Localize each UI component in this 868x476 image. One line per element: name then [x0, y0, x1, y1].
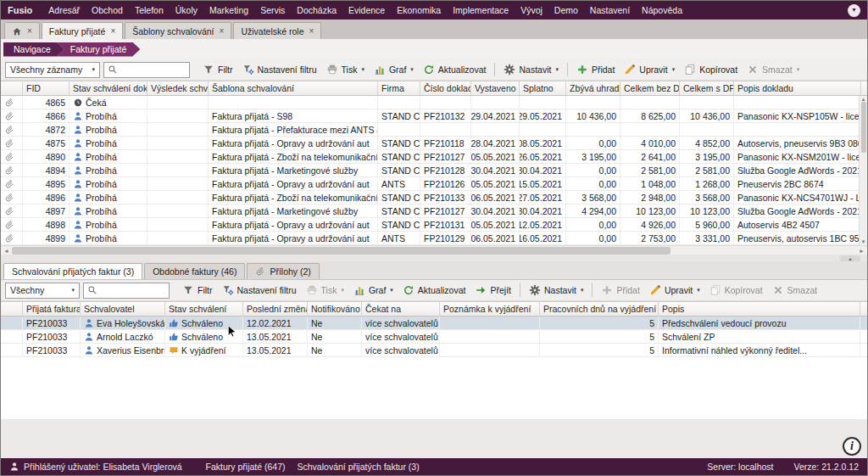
- table-row[interactable]: 4894ProbíháFaktura přijatá - Marketingov…: [1, 164, 867, 177]
- column-header-vystaveno[interactable]: Vystaveno: [471, 81, 520, 95]
- toolbar-graf-button[interactable]: Graf▾: [370, 61, 418, 78]
- column-header-cekat-na[interactable]: Čekat na: [362, 302, 440, 316]
- panel-tab-schvalovani-prijatych-faktur-3[interactable]: Schvalování přijatých faktur (3): [3, 263, 142, 279]
- toolbar-filtr-button[interactable]: Filtr: [198, 61, 237, 78]
- column-header-icon[interactable]: [1, 302, 23, 316]
- table-row[interactable]: 4890ProbíháFaktura přijatá - Zboží na te…: [1, 150, 867, 164]
- scrollbar-thumb[interactable]: [12, 247, 670, 255]
- panel-toolbar-graf-button[interactable]: Graf▾: [349, 282, 398, 299]
- panel-toolbar-aktualizovat-button[interactable]: Aktualizovat: [398, 282, 470, 299]
- column-header-posledni-zmena[interactable]: Poslední změna: [243, 302, 308, 316]
- panel-splitter[interactable]: ▴: [1, 255, 867, 261]
- panel-tab-prilohy-2[interactable]: Přílohy (2): [247, 263, 319, 279]
- panel-toolbar-filtr-button[interactable]: Filtr: [178, 282, 217, 299]
- column-header-splatno[interactable]: Splatno: [520, 81, 566, 95]
- table-row[interactable]: 4897ProbíháFaktura přijatá - Marketingov…: [1, 204, 867, 218]
- table-row[interactable]: PF210033Arnold LaczkóSchváleno13.05.2021…: [1, 330, 867, 344]
- column-header-firma[interactable]: Firma: [378, 81, 420, 95]
- panel-records-filter-select[interactable]: Všechny ▾: [5, 283, 80, 299]
- panel-toolbar-nastaveni-filtru-button[interactable]: Nastavení filtru: [218, 282, 301, 299]
- column-header-cislo-dokladu[interactable]: Číslo dokladu: [420, 81, 471, 95]
- panel-search-input[interactable]: [100, 285, 161, 295]
- column-header-stav-schvaleni-dokladu[interactable]: Stav schválení dokladu: [70, 81, 147, 95]
- toolbar-kopirovat-button[interactable]: Kopírovat: [680, 61, 742, 78]
- collapse-panel-button[interactable]: ▴: [840, 255, 860, 261]
- menu-evidence[interactable]: Evidence: [342, 2, 391, 19]
- records-filter-select[interactable]: Všechny záznamy ▾: [5, 62, 100, 78]
- column-header-poznamka-k-vyjadreni[interactable]: Poznámka k vyjádření: [440, 302, 540, 316]
- search-input[interactable]: [120, 64, 181, 75]
- breadcrumb-navigace[interactable]: Navigace: [3, 42, 64, 57]
- menu-servis[interactable]: Servis: [254, 2, 291, 19]
- info-button[interactable]: i: [843, 437, 861, 456]
- toolbar-nastaveni-filtru-button[interactable]: Nastavení filtru: [238, 61, 321, 78]
- menu-ukoly[interactable]: Úkoly: [170, 2, 203, 19]
- column-header-schvalovatel[interactable]: Schvalovatel: [81, 302, 165, 316]
- menu-demo[interactable]: Demo: [548, 2, 584, 19]
- scrollbar-track[interactable]: [12, 247, 856, 255]
- table-row[interactable]: 4865Čeká: [1, 96, 867, 109]
- column-header-sablona-schvalovani[interactable]: Šablona schvalování: [209, 81, 378, 95]
- table-row[interactable]: 4898ProbíháFaktura přijatá - Opravy a ud…: [1, 218, 867, 232]
- panel-tab-obdobne-faktury-46[interactable]: Obdobné faktury (46): [144, 263, 245, 279]
- column-header-celkem-s-dph[interactable]: Celkem s DPH: [680, 81, 734, 95]
- scrollbar-thumb[interactable]: [861, 102, 866, 153]
- scroll-down-button[interactable]: ▼: [861, 239, 866, 244]
- column-header-zbyva-uhradit[interactable]: Zbývá uhradit: [566, 81, 620, 95]
- menu-nastaveni[interactable]: Nastavení: [584, 2, 636, 19]
- menu-obchod[interactable]: Obchod: [86, 2, 129, 19]
- toolbar-upravit-button[interactable]: Upravit▾: [620, 61, 679, 78]
- column-header-notifikovano[interactable]: Notifikováno: [308, 302, 362, 316]
- close-icon[interactable]: ×: [309, 27, 314, 36]
- menu-vyvoj[interactable]: Vývoj: [515, 2, 548, 19]
- column-header-vysledek-schvaleni[interactable]: Výsledek schválení▲: [147, 81, 209, 95]
- panel-toolbar-upravit-button[interactable]: Upravit▾: [645, 282, 704, 299]
- menu-adresar[interactable]: Adresář: [42, 2, 86, 19]
- table-row[interactable]: 4899ProbíháFaktura přijatá - Opravy a ud…: [1, 232, 867, 245]
- search-box[interactable]: [103, 62, 190, 78]
- menu-implementace[interactable]: Implementace: [447, 2, 515, 19]
- breadcrumb-faktury-prijate[interactable]: Faktury přijaté: [57, 42, 141, 57]
- scroll-left-button[interactable]: ◄: [1, 248, 12, 254]
- column-header-pracovnich-dnu-na-vyjadreni[interactable]: Pracovních dnů na vyjádření: [540, 302, 659, 316]
- toolbar-pridat-button[interactable]: Přidat: [572, 61, 619, 78]
- vertical-scrollbar[interactable]: ▲ ▼: [859, 96, 867, 245]
- column-header-fid[interactable]: FID: [23, 81, 70, 95]
- close-icon[interactable]: ×: [110, 27, 115, 36]
- column-header-popis[interactable]: Popis: [659, 302, 860, 316]
- menu-ekonomika[interactable]: Ekonomika: [391, 2, 447, 19]
- table-row[interactable]: 4872ProbíháFaktura přijatá - Přefakturac…: [1, 123, 867, 137]
- table-row[interactable]: 4866ProbíháFaktura přijatá - S98STAND CZ…: [1, 109, 867, 123]
- tab-uzivatelske-role[interactable]: Uživatelské role×: [233, 22, 321, 39]
- tab-home[interactable]: ×: [4, 22, 40, 39]
- menu-marketing[interactable]: Marketing: [203, 2, 254, 19]
- panel-toolbar-prejit-button[interactable]: Přejít: [470, 282, 515, 299]
- toolbar-aktualizovat-button[interactable]: Aktualizovat: [419, 61, 491, 78]
- menu-napoveda[interactable]: Nápověda: [636, 2, 688, 19]
- column-header-celkem-bez-dph[interactable]: Celkem bez DPH: [620, 81, 680, 95]
- menu-dochazka[interactable]: Docházka: [291, 2, 342, 19]
- cell-doc-number: FP210129: [420, 232, 471, 244]
- menu-overflow-button[interactable]: ▾: [848, 4, 860, 17]
- menu-telefon[interactable]: Telefon: [129, 2, 170, 19]
- table-row[interactable]: 4875ProbíháFaktura přijatá - Opravy a ud…: [1, 137, 867, 150]
- panel-toolbar-nastavit-button[interactable]: Nastavit▾: [525, 282, 587, 299]
- tab-faktury-prijate[interactable]: Faktury přijaté×: [42, 22, 123, 39]
- horizontal-scrollbar[interactable]: ◄ ►: [1, 245, 867, 255]
- close-icon[interactable]: ×: [220, 27, 225, 36]
- column-header-popis-dokladu[interactable]: Popis dokladu: [734, 81, 861, 95]
- toolbar-tisk-button[interactable]: Tisk▾: [322, 61, 369, 78]
- column-header-prijata-faktura[interactable]: Přijatá faktura: [23, 302, 81, 316]
- table-row[interactable]: PF210033Xaverius EisenbruckK vyjádření13…: [1, 344, 867, 357]
- table-row[interactable]: 4895ProbíháFaktura přijatá - Opravy a ud…: [1, 177, 867, 191]
- panel-search-box[interactable]: [83, 283, 170, 299]
- toolbar-nastavit-button[interactable]: Nastavit▾: [499, 61, 562, 78]
- scroll-right-button[interactable]: ►: [856, 248, 867, 254]
- table-row[interactable]: PF210033Eva HoleyšovskáSchváleno12.02.20…: [1, 316, 867, 330]
- table-row[interactable]: 4896ProbíháFaktura přijatá - Zboží na te…: [1, 191, 867, 204]
- tab-sablony-schvalovani[interactable]: Šablony schvalování×: [125, 22, 231, 39]
- column-header-icon[interactable]: [1, 81, 23, 95]
- column-header-stav-schvaleni[interactable]: Stav schválení: [165, 302, 243, 316]
- scrollbar-track[interactable]: [860, 102, 867, 239]
- close-icon[interactable]: ×: [27, 27, 32, 36]
